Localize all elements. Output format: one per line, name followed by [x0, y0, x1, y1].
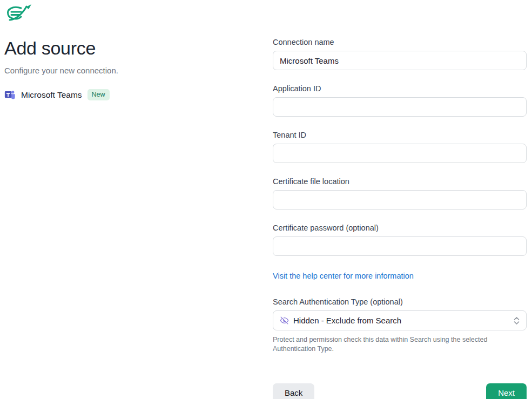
form-actions: Back Next [273, 383, 527, 399]
connection-name-input[interactable] [273, 51, 527, 70]
auth-type-label: Search Authentication Type (optional) [273, 297, 527, 306]
certificate-file-input[interactable] [273, 190, 527, 209]
field-application-id: Application ID [273, 84, 527, 117]
selected-source-item[interactable]: Microsoft Teams New [4, 89, 110, 100]
auth-type-select[interactable]: Hidden - Exclude from Search [273, 310, 527, 330]
left-panel: Add source Configure your new connection… [4, 3, 253, 100]
page-title: Add source [4, 38, 253, 59]
new-badge: New [87, 89, 110, 100]
connection-form: Connection name Application ID Tenant ID… [273, 38, 527, 399]
eye-off-icon [280, 316, 289, 325]
application-id-input[interactable] [273, 97, 527, 117]
tenant-id-input[interactable] [273, 144, 527, 163]
next-button[interactable]: Next [486, 383, 527, 399]
field-tenant-id: Tenant ID [273, 131, 527, 163]
field-certificate-password: Certificate password (optional) [273, 224, 527, 256]
certificate-password-input[interactable] [273, 236, 527, 256]
source-name: Microsoft Teams [21, 90, 82, 100]
connection-name-label: Connection name [273, 38, 527, 46]
field-connection-name: Connection name [273, 38, 527, 70]
auth-type-selected-value: Hidden - Exclude from Search [293, 316, 401, 325]
auth-type-helper-text: Protect and permission check this data w… [273, 335, 505, 354]
glean-logo [4, 3, 36, 25]
auth-type-block: Search Authentication Type (optional) Hi… [273, 297, 527, 354]
tenant-id-label: Tenant ID [273, 131, 527, 139]
page-subtitle: Configure your new connection. [4, 66, 253, 75]
field-certificate-file: Certificate file location [273, 177, 527, 209]
application-id-label: Application ID [273, 84, 527, 93]
certificate-file-label: Certificate file location [273, 177, 527, 186]
help-center-link[interactable]: Visit the help center for more informati… [273, 272, 414, 280]
chevron-updown-icon [514, 316, 520, 325]
add-source-page: Add source Configure your new connection… [0, 0, 532, 399]
certificate-password-label: Certificate password (optional) [273, 224, 527, 232]
microsoft-teams-icon [4, 89, 16, 100]
back-button[interactable]: Back [273, 383, 314, 399]
